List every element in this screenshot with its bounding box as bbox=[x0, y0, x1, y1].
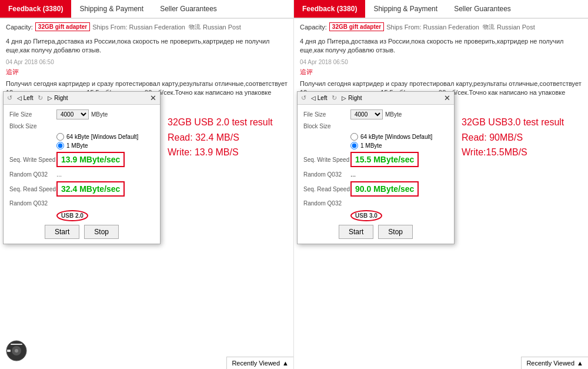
review-date-left: 04 Apr 2018 06:50 bbox=[0, 58, 293, 67]
review-date-right: 04 Apr 2018 06:50 bbox=[294, 58, 588, 67]
recently-viewed-label-right: Recently Viewed bbox=[526, 360, 574, 367]
file-size-row-right: File Size 4000 MByte bbox=[303, 109, 448, 119]
tab-feedback-left[interactable]: Feedback (3380) bbox=[0, 0, 71, 18]
random-q032-row2-left: Random Q032 bbox=[9, 200, 154, 207]
usb-badge-row-left: USB 2.0 bbox=[9, 210, 154, 221]
addon-label-left: 追评 bbox=[0, 67, 293, 78]
seq-read-value-left: 32.4 MByte/sec bbox=[56, 181, 125, 197]
close-benchmark-left[interactable]: ✕ bbox=[150, 94, 156, 102]
random-label2-right: Random Q032 bbox=[303, 200, 350, 207]
seq-write-value-left: 13.9 MByte/sec bbox=[56, 152, 125, 167]
file-size-unit-right: MByte bbox=[385, 111, 402, 118]
shipping-icon-right: 物流 bbox=[483, 23, 495, 31]
left-panel: Feedback (3380) Shipping & Payment Selle… bbox=[0, 0, 294, 369]
benchmark-note-right: 32GB USB3.0 test result Read: 90MB/S Wri… bbox=[462, 115, 564, 160]
radio-1m-input-right[interactable] bbox=[350, 142, 358, 149]
ellipsis-right: ... bbox=[350, 171, 356, 178]
ships-from-left: Ships From: Russian Federation bbox=[92, 24, 185, 31]
file-size-select-left[interactable]: 4000 bbox=[56, 109, 89, 119]
radio-1m-left: 1 MByte bbox=[56, 142, 154, 149]
right-panel: Feedback (3380) Shipping & Payment Selle… bbox=[294, 0, 588, 369]
random-q032-row1-right: Random Q032 ... bbox=[303, 171, 448, 178]
rotate-right-icon[interactable]: ↻ bbox=[38, 94, 43, 102]
file-size-select-right[interactable]: 4000 bbox=[350, 109, 383, 119]
ships-from-right: Ships From: Russian Federation bbox=[386, 24, 479, 31]
benchmark-dialog-right: ↺ ◁ Left ↻ ▷ Right ✕ File Size 4000 MByt… bbox=[297, 91, 455, 244]
benchmark-body-right: File Size 4000 MByte Block Size 64 bbox=[298, 105, 454, 244]
random-label1-right: Random Q032 bbox=[303, 171, 350, 178]
left-label-right: ◁ Left bbox=[311, 95, 327, 101]
note-line2-left: Read: 32.4 MB/S bbox=[168, 130, 273, 145]
capacity-prefix-left: Capacity: bbox=[6, 24, 33, 31]
nav-controls-right: ↺ ◁ Left ↻ ▷ Right bbox=[301, 94, 362, 102]
radio-group-right: 64 kByte [Windows Default] 1 MByte bbox=[350, 133, 448, 149]
rotate-right-icon-right[interactable]: ↻ bbox=[332, 94, 337, 102]
file-size-unit-left: MByte bbox=[91, 111, 108, 118]
seq-read-row-left: Seq. Read Speed 32.4 MByte/sec bbox=[9, 181, 154, 197]
note-line3-right: Write:15.5MB/S bbox=[462, 145, 564, 160]
seq-read-label-right: Seq. Read Speed bbox=[303, 186, 350, 192]
right-tabs: Feedback (3380) Shipping & Payment Selle… bbox=[294, 0, 588, 19]
block-size-row-left: Block Size bbox=[9, 123, 154, 129]
start-button-left[interactable]: Start bbox=[45, 225, 79, 239]
close-benchmark-right[interactable]: ✕ bbox=[444, 94, 450, 102]
tab-feedback-right[interactable]: Feedback (3380) bbox=[294, 0, 365, 18]
random-q032-row1-left: Random Q032 ... bbox=[9, 171, 154, 178]
disk-icon-left bbox=[6, 340, 27, 363]
random-label1-left: Random Q032 bbox=[9, 171, 56, 178]
review-text-right: 4 дня до Питера,доставка из России,пока … bbox=[294, 35, 588, 58]
radio-1m-right: 1 MByte bbox=[350, 142, 448, 149]
rotate-left-icon[interactable]: ↺ bbox=[7, 94, 12, 102]
nav-controls-left: ↺ ◁ Left ↻ ▷ Right bbox=[7, 94, 68, 102]
note-line1-right: 32GB USB3.0 test result bbox=[462, 115, 564, 130]
file-size-label-left: File Size bbox=[9, 111, 56, 118]
radio-64k-left: 64 kByte [Windows Default] bbox=[56, 133, 154, 141]
block-size-label-left: Block Size bbox=[9, 123, 56, 129]
left-label: ◁ Left bbox=[17, 95, 33, 101]
seq-write-row-right: Seq. Write Speed 15.5 MByte/sec bbox=[303, 152, 448, 167]
radio-1m-label-right: 1 MByte bbox=[360, 142, 382, 149]
tab-guarantees-right[interactable]: Seller Guarantees bbox=[446, 0, 519, 18]
stop-button-left[interactable]: Stop bbox=[84, 225, 119, 239]
tab-guarantees-left[interactable]: Seller Guarantees bbox=[152, 0, 225, 18]
recently-viewed-left[interactable]: Recently Viewed ▲ bbox=[226, 357, 293, 369]
recently-viewed-chevron-right: ▲ bbox=[577, 360, 583, 367]
stop-button-right[interactable]: Stop bbox=[378, 225, 413, 239]
review-text-left: 4 дня до Питера,доставка из России,пока … bbox=[0, 35, 293, 58]
start-button-right[interactable]: Start bbox=[339, 225, 373, 239]
bench-buttons-left: Start Stop bbox=[9, 225, 154, 239]
svg-point-9 bbox=[15, 349, 18, 353]
main-wrapper: Feedback (3380) Shipping & Payment Selle… bbox=[0, 0, 588, 369]
seq-write-label-right: Seq. Write Speed bbox=[303, 157, 350, 163]
usb-badge-right: USB 3.0 bbox=[350, 210, 382, 221]
radio-64k-input-left[interactable] bbox=[56, 133, 64, 141]
recently-viewed-right[interactable]: Recently Viewed ▲ bbox=[521, 357, 588, 369]
seq-write-row-left: Seq. Write Speed 13.9 MByte/sec bbox=[9, 152, 154, 167]
capacity-badge-right: 32GB gift adapter bbox=[329, 22, 384, 31]
radio-1m-label-left: 1 MByte bbox=[66, 142, 88, 149]
benchmark-body-left: File Size 4000 MByte Block Size 64 bbox=[4, 105, 160, 244]
capacity-row-right: Capacity: 32GB gift adapter Ships From: … bbox=[294, 19, 588, 35]
radio-64k-label-right: 64 kByte [Windows Default] bbox=[360, 134, 432, 140]
benchmark-titlebar-left: ↺ ◁ Left ↻ ▷ Right ✕ bbox=[4, 92, 160, 105]
seq-read-label-left: Seq. Read Speed bbox=[9, 186, 56, 192]
tab-shipping-right[interactable]: Shipping & Payment bbox=[365, 0, 446, 18]
usb-badge-left: USB 2.0 bbox=[56, 210, 88, 221]
file-size-row-left: File Size 4000 MByte bbox=[9, 109, 154, 119]
bench-buttons-right: Start Stop bbox=[303, 225, 448, 239]
left-tabs: Feedback (3380) Shipping & Payment Selle… bbox=[0, 0, 293, 19]
radio-64k-input-right[interactable] bbox=[350, 133, 358, 141]
rotate-left-icon-right[interactable]: ↺ bbox=[301, 94, 306, 102]
radio-64k-right: 64 kByte [Windows Default] bbox=[350, 133, 448, 141]
tab-shipping-left[interactable]: Shipping & Payment bbox=[71, 0, 152, 18]
usb-badge-row-right: USB 3.0 bbox=[303, 210, 448, 221]
block-size-row-right: Block Size bbox=[303, 123, 448, 129]
recently-viewed-chevron-left: ▲ bbox=[282, 360, 289, 367]
random-q032-row2-right: Random Q032 bbox=[303, 200, 448, 207]
shipping-carrier-left: Russian Post bbox=[203, 24, 241, 31]
file-size-label-right: File Size bbox=[303, 111, 350, 118]
capacity-badge-left: 32GB gift adapter bbox=[35, 22, 90, 31]
seq-write-label-left: Seq. Write Speed bbox=[9, 157, 56, 163]
radio-1m-input-left[interactable] bbox=[56, 142, 64, 149]
file-size-control-right: 4000 MByte bbox=[350, 109, 402, 119]
